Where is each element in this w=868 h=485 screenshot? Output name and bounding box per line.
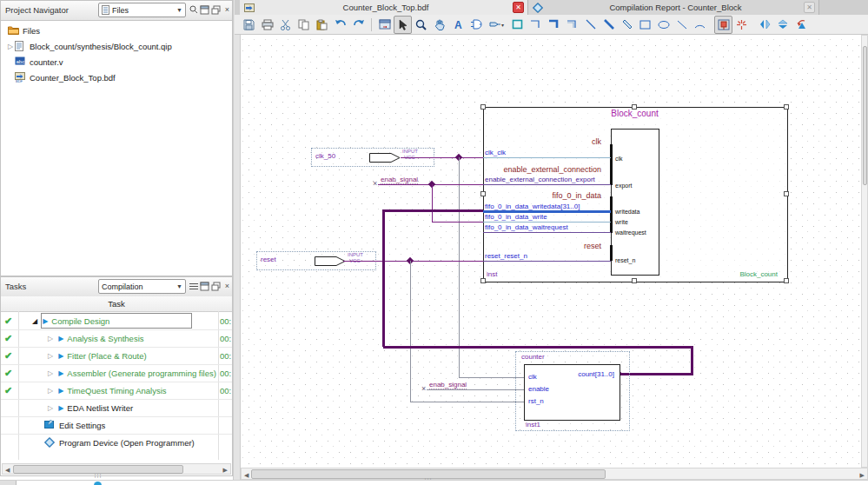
task-row-edit-settings[interactable]: Edit Settings [1, 416, 232, 435]
ellipse-tool-icon[interactable] [654, 16, 673, 34]
redo-icon[interactable] [349, 16, 368, 34]
arc-tool-icon[interactable] [691, 16, 709, 34]
orthogonal-node-tool-icon[interactable] [527, 16, 545, 34]
diagonal-conduit-tool-icon[interactable] [618, 16, 636, 34]
hand-tool-icon[interactable] [430, 16, 448, 34]
wire-clk50-vertical[interactable] [459, 157, 460, 377]
canvas-vscrollbar[interactable] [861, 35, 868, 468]
flip-horizontal-icon[interactable] [756, 16, 774, 34]
scroll-left-icon[interactable]: ◀ [5, 466, 10, 475]
expander-icon[interactable]: ▷ [6, 43, 15, 50]
wire-reset-to-counter[interactable] [410, 402, 524, 402]
bus-horizontal-bottom[interactable] [383, 346, 693, 349]
play-icon[interactable]: ▶ [58, 335, 63, 342]
selection-handle[interactable] [480, 278, 486, 283]
wire-stub-writedata[interactable] [483, 210, 611, 213]
cut-icon[interactable] [276, 16, 295, 34]
panel-grip[interactable] [0, 481, 17, 485]
orthogonal-conduit-tool-icon[interactable] [563, 16, 581, 34]
scrollbar-thumb[interactable] [863, 46, 867, 185]
wire-stub-reset-n[interactable] [483, 261, 611, 262]
copy-icon[interactable] [295, 16, 313, 34]
menu-icon[interactable] [188, 280, 199, 292]
net-label[interactable]: enab_signal [429, 381, 467, 389]
paste-icon[interactable] [313, 16, 331, 34]
selection-handle[interactable] [784, 278, 789, 283]
tasks-hscrollbar[interactable]: ◀ ▶ ⁞⁞⁞ [2, 463, 231, 475]
task-row-timequest[interactable]: ✔ ▷ ▶ TimeQuest Timing Analysis 00: [1, 382, 232, 400]
bus-count-output[interactable] [620, 373, 693, 375]
scrollbar-thumb[interactable]: ⁞⁞⁞ [251, 469, 606, 479]
diagonal-node-tool-icon[interactable] [581, 16, 600, 34]
play-icon[interactable]: ▶ [58, 369, 63, 377]
navigator-view-select[interactable]: Files ▼ [98, 3, 186, 17]
panel-splitter[interactable] [233, 0, 241, 485]
close-icon[interactable]: × [222, 3, 233, 16]
tab-close-icon[interactable]: ✕ [804, 2, 815, 13]
wire-stub-write[interactable] [483, 222, 611, 223]
tree-item-bdf[interactable]: BDF Counter_Block_Top.bdf [1, 70, 232, 84]
pin-panel-icon[interactable] [199, 3, 210, 16]
wire-stub-export[interactable] [483, 184, 611, 185]
wire-enab-to-write[interactable] [432, 222, 483, 223]
tasks-flow-select[interactable]: Compilation ▼ [98, 279, 186, 294]
schematic-canvas[interactable]: Block_count clk enable_external_connecti… [241, 35, 861, 468]
tree-item-files[interactable]: Files [1, 23, 232, 37]
rotate-left-icon[interactable] [792, 16, 811, 34]
expander-icon[interactable]: ▷ [48, 369, 53, 377]
rectangle-tool-icon[interactable] [636, 16, 654, 34]
float-panel-icon[interactable] [210, 3, 222, 16]
wire-stub-waitrequest[interactable] [483, 232, 611, 233]
bus-vertical-left[interactable] [382, 209, 385, 347]
detach-window-icon[interactable] [375, 16, 394, 34]
selection-handle[interactable] [632, 278, 637, 283]
play-icon[interactable]: ▶ [58, 352, 63, 360]
selection-tool-icon[interactable] [394, 16, 412, 34]
rubberbanding-toggle-icon[interactable] [714, 16, 732, 34]
selection-handle[interactable] [632, 104, 637, 110]
expander-icon[interactable]: ▷ [48, 352, 53, 360]
scroll-left-icon[interactable]: ◀ [244, 471, 248, 480]
tab-close-icon[interactable]: ✕ [513, 2, 524, 13]
selection-handle[interactable] [480, 104, 486, 110]
pin-tool-icon[interactable]: ▾ [485, 16, 508, 34]
wire-enab-vertical[interactable] [432, 184, 433, 222]
wire-enab-to-enable[interactable] [427, 389, 524, 390]
bus-vertical-right[interactable] [691, 346, 693, 375]
expander-icon[interactable]: ▷ [48, 404, 53, 412]
task-row-assembler[interactable]: ✔ ▷ ▶ Assembler (Generate programming fi… [1, 364, 232, 382]
selection-handle[interactable] [784, 104, 789, 110]
orthogonal-bus-tool-icon[interactable] [545, 16, 563, 34]
zoom-tool-icon[interactable] [412, 16, 430, 34]
undo-icon[interactable] [331, 16, 349, 34]
float-panel-icon[interactable] [210, 280, 222, 292]
tab-counter-block-top-bdf[interactable]: Counter_Block_Top.bdf ✕ [240, 0, 528, 15]
task-row-compile-design[interactable]: ✔ ◢ ▶ Compile Design 00: [1, 312, 232, 330]
task-row-analysis-synthesis[interactable]: ✔ ▷ ▶ Analysis & Synthesis 00: [1, 329, 232, 348]
scroll-right-icon[interactable]: ▶ [223, 466, 228, 475]
selection-handle[interactable] [784, 191, 789, 196]
play-icon[interactable]: ▶ [58, 404, 63, 412]
pin-panel-icon[interactable] [199, 280, 210, 292]
task-row-fitter[interactable]: ✔ ▷ ▶ Fitter (Place & Route) 00: [1, 347, 232, 365]
play-icon[interactable]: ▶ [58, 387, 63, 395]
wire-stub-clk[interactable] [483, 157, 611, 158]
bus-writedata-h[interactable] [383, 209, 483, 212]
expander-icon[interactable]: ▷ [48, 387, 53, 395]
scroll-right-icon[interactable]: ▶ [860, 471, 865, 480]
task-row-program-device[interactable]: Program Device (Open Programmer) [1, 434, 232, 451]
collapse-icon[interactable]: ◢ [32, 317, 37, 325]
save-icon[interactable] [240, 16, 258, 34]
print-icon[interactable] [258, 16, 276, 34]
tab-compilation-report[interactable]: Compilation Report - Counter_Block ✕ [528, 0, 819, 15]
selection-handle[interactable] [480, 191, 486, 196]
line-tool-icon[interactable] [673, 16, 691, 34]
partial-line-selection-icon[interactable] [732, 16, 751, 34]
wire-clk50[interactable] [401, 157, 483, 158]
net-label[interactable]: enab_signal [381, 176, 418, 184]
expander-icon[interactable]: ▷ [48, 335, 53, 342]
scrollbar-thumb[interactable]: ⁞⁞⁞ [13, 465, 183, 474]
block-tool-icon[interactable] [508, 16, 527, 34]
task-row-eda-netlist[interactable]: ▷ ▶ EDA Netlist Writer [1, 399, 232, 417]
search-icon[interactable] [188, 3, 199, 16]
